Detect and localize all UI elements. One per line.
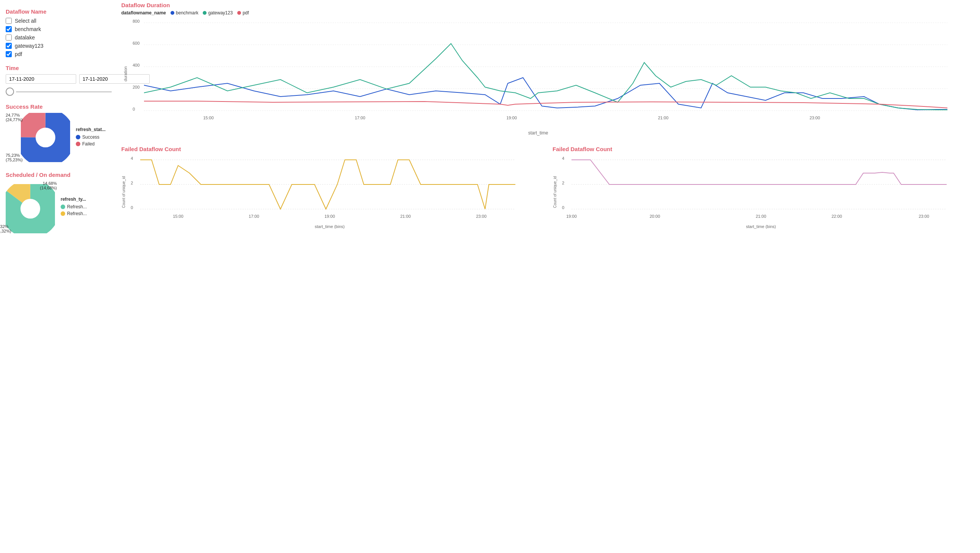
failed-count-chart-2-svg: 4 2 0 Count of unique_id 19:00 20:00 21:…	[552, 154, 954, 272]
svg-text:21:00: 21:00	[756, 214, 766, 219]
svg-text:23:00: 23:00	[919, 214, 929, 219]
svg-text:15:00: 15:00	[173, 214, 183, 219]
svg-text:2: 2	[131, 181, 133, 185]
success-legend-name: refresh_stat...	[76, 127, 106, 132]
svg-text:21:00: 21:00	[400, 214, 411, 219]
svg-text:0: 0	[133, 107, 135, 111]
legend-gateway123-label: gateway123	[208, 10, 233, 16]
slider-track	[16, 91, 112, 92]
checkbox-pdf-label: pdf	[15, 51, 22, 57]
legend-benchmark-dot	[170, 11, 174, 15]
sched-legend-teal: Refresh...	[60, 204, 87, 210]
success-dot	[76, 135, 80, 139]
svg-text:23:00: 23:00	[476, 214, 487, 219]
sched-small-pct-label: 14,68%(14,68%)	[40, 181, 57, 190]
failed-count-chart-2-container: Failed Dataflow Count 4 2 0 Count of uni…	[552, 146, 976, 272]
success-pct-label: 75,23%(75,23%)	[6, 153, 23, 162]
duration-legend-name: dataflowname_name	[121, 10, 166, 16]
failed-count-chart-1-container: Failed Dataflow Count 4 2 0 Count of uni…	[121, 146, 545, 272]
success-rate-pie-wrapper: 24,77%(24,77%) 75,23%(75,23%)	[6, 113, 70, 162]
failed-label: Failed	[82, 141, 95, 146]
svg-text:0: 0	[131, 205, 133, 210]
duration-chart-container: Dataflow Duration dataflowname_name benc…	[121, 2, 976, 142]
legend-gateway123: gateway123	[203, 10, 233, 16]
svg-text:21:00: 21:00	[658, 116, 668, 120]
svg-text:600: 600	[133, 41, 140, 46]
svg-text:19:00: 19:00	[506, 116, 517, 120]
sched-legend-yellow: Refresh...	[60, 211, 87, 216]
checkbox-datalake-input[interactable]	[6, 35, 12, 41]
svg-text:400: 400	[133, 63, 140, 67]
scheduled-legend: refresh_ty... Refresh... Refresh...	[60, 197, 87, 218]
checkbox-datalake[interactable]: datalake	[6, 35, 112, 41]
scheduled-legend-name: refresh_ty...	[60, 197, 87, 202]
svg-text:800: 800	[133, 19, 140, 24]
success-label: Success	[82, 135, 99, 140]
select-all-item[interactable]: Select all	[6, 18, 112, 24]
svg-text:22:00: 22:00	[832, 214, 842, 219]
svg-text:23:00: 23:00	[810, 116, 820, 120]
failed-dot	[76, 141, 80, 146]
select-all-label[interactable]: Select all	[15, 18, 37, 24]
svg-text:19:00: 19:00	[566, 214, 577, 219]
success-rate-section: Success Rate 24,77%(24,77%) 75,23%(75,23…	[6, 103, 112, 162]
success-rate-pie-section: 24,77%(24,77%) 75,23%(75,23%) refresh_st…	[6, 113, 112, 162]
checkbox-datalake-label: datalake	[15, 35, 35, 41]
svg-text:15:00: 15:00	[203, 116, 214, 120]
legend-benchmark-label: benchmark	[176, 10, 198, 16]
checkbox-benchmark[interactable]: benchmark	[6, 26, 112, 32]
checkbox-benchmark-label: benchmark	[15, 26, 41, 32]
time-title: Time	[6, 65, 112, 71]
sched-yellow-label: Refresh...	[67, 211, 87, 216]
svg-text:2: 2	[562, 181, 564, 185]
svg-text:4: 4	[131, 156, 133, 160]
svg-text:20:00: 20:00	[649, 214, 660, 219]
sched-teal-dot	[60, 205, 65, 209]
success-rate-pie-chart	[21, 113, 70, 162]
scheduled-pie-section: 14,68%(14,68%) 85,32%(85,32%) refresh_ty…	[6, 181, 112, 233]
duration-legend: dataflowname_name benchmark gateway123 p…	[121, 10, 976, 16]
svg-text:start_time: start_time	[528, 130, 548, 136]
dataflow-name-title: Dataflow Name	[6, 8, 112, 15]
failed-count-chart-1-svg: 4 2 0 Count of unique_id 15:00 17:00 19:…	[121, 154, 523, 272]
svg-text:start_time (bins): start_time (bins)	[746, 224, 776, 229]
gateway123-line	[144, 44, 947, 110]
svg-text:Count of unique_id: Count of unique_id	[122, 176, 126, 208]
legend-benchmark: benchmark	[170, 10, 198, 16]
scheduled-section: Scheduled / On demand 14,68%(14,68%) 85,…	[6, 172, 112, 233]
success-legend-failed: Failed	[76, 141, 106, 146]
sidebar: Dataflow Name Select all benchmark datal…	[0, 0, 118, 553]
slider-handle[interactable]	[6, 87, 14, 96]
svg-text:Count of unique_id: Count of unique_id	[553, 176, 557, 208]
success-rate-title: Success Rate	[6, 103, 112, 110]
main-content: Dataflow Duration dataflowname_name benc…	[118, 0, 980, 553]
svg-text:4: 4	[562, 156, 564, 160]
sched-yellow-dot	[60, 211, 65, 216]
svg-text:17:00: 17:00	[248, 214, 259, 219]
legend-pdf: pdf	[237, 10, 249, 16]
svg-text:0: 0	[562, 205, 564, 210]
checkbox-gateway123-label: gateway123	[15, 43, 44, 49]
pdf-line	[144, 101, 947, 108]
sched-teal-label: Refresh...	[67, 204, 87, 210]
checkbox-pdf-input[interactable]	[6, 51, 12, 57]
failed-count-title-2: Failed Dataflow Count	[552, 146, 976, 152]
select-all-checkbox[interactable]	[6, 18, 12, 24]
checkbox-gateway123[interactable]: gateway123	[6, 43, 112, 49]
checkbox-benchmark-input[interactable]	[6, 26, 12, 32]
failed-pct-label: 24,77%(24,77%)	[6, 113, 23, 122]
legend-gateway123-dot	[203, 11, 207, 15]
scheduled-pie-chart	[6, 184, 55, 233]
success-rate-legend: refresh_stat... Success Failed	[76, 127, 106, 148]
time-inputs	[6, 74, 112, 84]
svg-text:19:00: 19:00	[325, 214, 335, 219]
svg-text:17:00: 17:00	[355, 116, 365, 120]
duration-chart-title: Dataflow Duration	[121, 2, 976, 8]
checkbox-pdf[interactable]: pdf	[6, 51, 112, 57]
svg-text:duration: duration	[123, 66, 128, 81]
time-slider[interactable]	[6, 87, 112, 96]
svg-text:start_time (bins): start_time (bins)	[315, 224, 345, 229]
checkbox-gateway123-input[interactable]	[6, 43, 12, 49]
failed-count-line-2	[571, 160, 947, 184]
date-from-input[interactable]	[6, 74, 76, 84]
